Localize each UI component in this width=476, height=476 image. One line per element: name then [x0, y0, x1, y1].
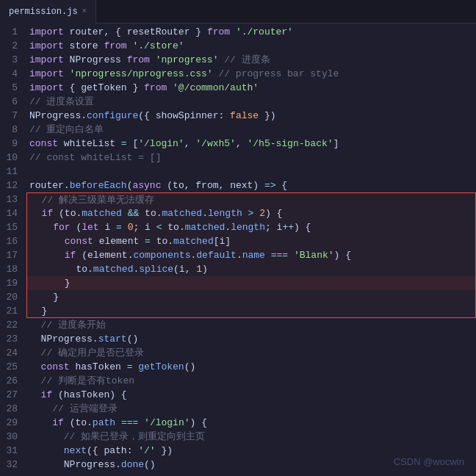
ln-4: 4	[6, 67, 18, 81]
code-line-16: const element = to.matched[i]	[26, 234, 476, 248]
code-line-28: // 运营端登录	[26, 402, 476, 416]
ln-22: 22	[6, 318, 18, 332]
ln-7: 7	[6, 109, 18, 123]
tab-close[interactable]: ×	[82, 7, 87, 15]
ln-24: 24	[6, 346, 18, 360]
ln-11: 11	[6, 165, 18, 178]
ln-29: 29	[6, 416, 18, 430]
code-line-5: import { getToken } from '@/common/auth'	[26, 81, 476, 95]
ln-31: 31	[6, 444, 18, 458]
ln-28: 28	[6, 402, 18, 416]
ln-5: 5	[6, 81, 18, 95]
code-line-19: }	[26, 276, 476, 290]
code-line-2: import store from './store'	[26, 39, 476, 53]
code-line-8: // 重定向白名单	[26, 123, 476, 137]
ln-25: 25	[6, 360, 18, 374]
code-line-26: // 判断是否有token	[26, 374, 476, 388]
ln-18: 18	[6, 262, 18, 276]
ln-3: 3	[6, 53, 18, 67]
watermark: CSDN @wocwin	[394, 456, 464, 467]
code-line-3: import NProgress from 'nprogress' // 进度条	[26, 53, 476, 67]
ln-15: 15	[6, 220, 18, 234]
code-line-10: // const whiteList = []	[26, 151, 476, 165]
ln-12: 12	[6, 178, 18, 192]
tab-filename: permission.js	[9, 7, 78, 17]
code-line-7: NProgress.configure({ showSpinner: false…	[26, 109, 476, 123]
ln-8: 8	[6, 123, 18, 137]
ln-21: 21	[6, 304, 18, 318]
ln-30: 30	[6, 430, 18, 444]
code-line-9: const whiteList = ['/login', '/wxh5', '/…	[26, 137, 476, 151]
code-line-24: // 确定用户是否已登录	[26, 346, 476, 360]
code-line-20: }	[26, 290, 476, 304]
code-line-30: // 如果已登录，则重定向到主页	[26, 430, 476, 444]
code-line-13: // 解决三级菜单无法缓存	[26, 192, 476, 206]
code-line-27: if (hasToken) {	[26, 388, 476, 402]
ln-19: 19	[6, 276, 18, 290]
code-line-18: to.matched.splice(i, 1)	[26, 262, 476, 276]
code-line-4: import 'nprogress/nprogress.css' // prog…	[26, 67, 476, 81]
ln-27: 27	[6, 388, 18, 402]
code-line-22: // 进度条开始	[26, 318, 476, 332]
tab-bar: permission.js ×	[0, 0, 476, 24]
ln-26: 26	[6, 374, 18, 388]
ln-1: 1	[6, 25, 18, 39]
ln-13: 13	[6, 192, 18, 206]
ln-14: 14	[6, 206, 18, 220]
tab-permission-js[interactable]: permission.js ×	[0, 0, 96, 24]
code-area: import router, { resetRouter } from './r…	[26, 24, 476, 476]
code-line-11	[26, 165, 476, 178]
ln-2: 2	[6, 39, 18, 53]
line-numbers: 1 2 3 4 5 6 7 8 9 10 11 12 13 14 15 16 1…	[0, 24, 26, 476]
ln-20: 20	[6, 290, 18, 304]
code-line-6: // 进度条设置	[26, 95, 476, 109]
ln-6: 6	[6, 95, 18, 109]
code-line-25: const hasToken = getToken()	[26, 360, 476, 374]
ln-23: 23	[6, 332, 18, 346]
ln-16: 16	[6, 234, 18, 248]
ln-9: 9	[6, 137, 18, 151]
ln-17: 17	[6, 248, 18, 262]
code-line-1: import router, { resetRouter } from './r…	[26, 25, 476, 39]
ln-32: 32	[6, 458, 18, 472]
code-line-15: for (let i = 0; i < to.matched.length; i…	[26, 220, 476, 234]
code-line-21: }	[26, 304, 476, 318]
code-line-14: if (to.matched && to.matched.length > 2)…	[26, 206, 476, 220]
code-line-23: NProgress.start()	[26, 332, 476, 346]
editor: 1 2 3 4 5 6 7 8 9 10 11 12 13 14 15 16 1…	[0, 24, 476, 476]
ln-10: 10	[6, 151, 18, 165]
code-line-17: if (element.components.default.name === …	[26, 248, 476, 262]
code-line-12: router.beforeEach(async (to, from, next)…	[26, 178, 476, 192]
code-line-29: if (to.path === '/login') {	[26, 416, 476, 430]
